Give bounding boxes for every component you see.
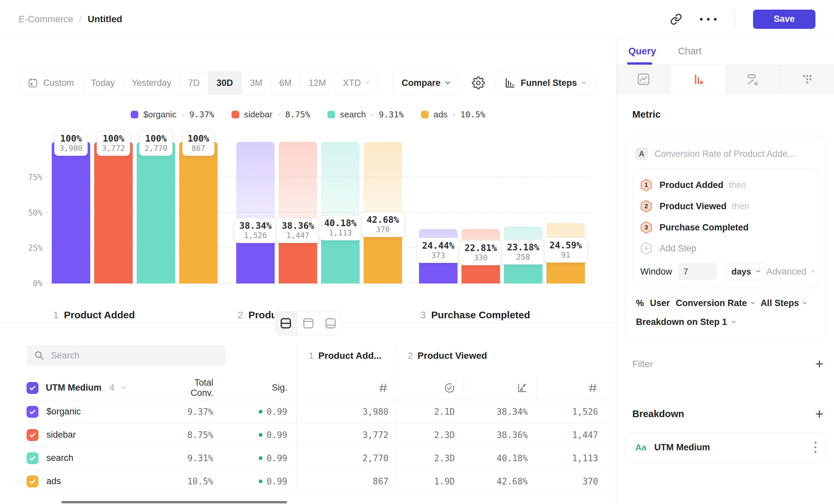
row-checkbox[interactable] [26, 429, 39, 441]
y-axis-tick: 50% [14, 208, 42, 217]
chevron-down-icon [756, 268, 760, 272]
search-input[interactable] [51, 350, 210, 361]
range-today[interactable]: Today [82, 72, 123, 94]
metric-card: A Conversion Rate of Product Adde... 1Pr… [625, 136, 826, 339]
breakdown-property-name: UTM Medium [654, 442, 710, 453]
step2-conversion-column[interactable] [464, 376, 537, 400]
breadcrumb: E-Commerce / Untitled [19, 14, 122, 25]
add-filter-button[interactable]: + [815, 360, 824, 369]
select-all-checkbox[interactable] [26, 382, 39, 394]
chart-type-button[interactable]: Funnel Steps [496, 72, 595, 94]
save-button[interactable]: Save [753, 9, 815, 29]
metric-step-2[interactable]: 2Product Viewedthen [640, 196, 810, 217]
breadcrumb-project[interactable]: E-Commerce [19, 14, 73, 25]
window-unit-select[interactable]: days [725, 263, 766, 280]
table-group-header[interactable]: UTM Medium 4 [26, 382, 182, 394]
table-row-ads[interactable]: ads10.5%0.998671.9D42.68%370 [26, 470, 607, 493]
row-checkbox[interactable] [26, 452, 39, 464]
range-12m[interactable]: 12M [300, 72, 334, 94]
tab-grid-chart[interactable] [780, 65, 834, 93]
table-step2-header[interactable]: 2 Product Viewed [398, 350, 487, 361]
line-chart-icon [636, 72, 651, 87]
table-step1-header[interactable]: 1 Product Add... [297, 350, 381, 361]
view-switcher [275, 311, 342, 336]
date-range-tabs: CustomTodayYesterday7D30D3M6M12MXTD [19, 72, 378, 94]
range-7d[interactable]: 7D [179, 72, 208, 94]
step-axis-label-1: 1Product Added [53, 310, 135, 321]
funnel-bar-search-step1[interactable] [137, 142, 175, 283]
row-checkbox[interactable] [26, 406, 39, 418]
legend-item-organic[interactable]: $organic·9.37% [131, 109, 214, 120]
measure-scope-select[interactable]: All Steps [761, 298, 807, 308]
breadcrumb-title[interactable]: Untitled [88, 14, 122, 25]
view-table-top-button[interactable] [297, 311, 319, 335]
legend-swatch [131, 111, 138, 118]
chevron-down-icon [811, 268, 815, 272]
chevron-down-icon [803, 300, 807, 304]
app-header: E-Commerce / Untitled Save [0, 0, 834, 39]
legend-item-sidebar[interactable]: sidebar·8.75% [232, 109, 310, 120]
table-search[interactable] [26, 345, 225, 366]
legend-item-ads[interactable]: ads·10.5% [421, 109, 485, 120]
range-xtd[interactable]: XTD [334, 72, 377, 94]
search-icon [34, 350, 44, 361]
view-split-button[interactable] [275, 311, 297, 335]
tab-query[interactable]: Query [628, 46, 656, 65]
metric-title: Conversion Rate of Product Adde... [655, 149, 795, 159]
horizontal-scrollbar[interactable] [61, 501, 287, 503]
range-yesterday[interactable]: Yesterday [123, 72, 179, 94]
tab-flow-chart[interactable] [725, 65, 780, 93]
window-value-input[interactable] [678, 263, 717, 280]
total-conv-column-header[interactable]: Total Conv. [182, 378, 222, 398]
metric-step-3[interactable]: 3Purchase Completed [640, 217, 810, 238]
more-options-icon[interactable] [700, 18, 717, 21]
tab-chart[interactable]: Chart [678, 46, 702, 65]
row-checkbox[interactable] [26, 476, 39, 487]
flow-chart-icon [745, 72, 760, 87]
y-axis-tick: 75% [14, 173, 42, 182]
breakdown-on-step-select[interactable]: Breakdown on Step 1 [636, 317, 818, 327]
conversion-chart-icon [517, 382, 528, 394]
chevron-down-icon [366, 80, 369, 84]
svg-text:1: 1 [644, 181, 648, 188]
legend-swatch [327, 111, 335, 118]
compare-button[interactable]: Compare [393, 72, 459, 94]
share-link-icon[interactable] [670, 13, 682, 25]
sig-column-header[interactable]: Sig. [222, 383, 296, 393]
funnel-bar-organic-step1[interactable] [52, 142, 90, 283]
legend-swatch [232, 111, 239, 118]
significance-value: 0.99 [222, 453, 296, 463]
funnel-bar-ads-step1[interactable] [179, 142, 218, 283]
metric-title-row[interactable]: A Conversion Rate of Product Adde... [633, 145, 818, 160]
breakdown-item-card[interactable]: Aa UTM Medium [625, 433, 826, 462]
range-3m[interactable]: 3M [241, 72, 271, 94]
measure-user[interactable]: User [650, 298, 670, 308]
chart-type-tabs [616, 65, 834, 94]
table-row-search[interactable]: search9.31%0.992,7702.3D40.18%1,113 [26, 446, 607, 470]
header-actions: Save [670, 9, 815, 29]
range-30d[interactable]: 30D [208, 72, 242, 94]
range-custom[interactable]: Custom [19, 72, 82, 94]
metric-step-1[interactable]: 1Product Addedthen [640, 175, 810, 196]
tab-line-chart[interactable] [616, 65, 671, 93]
table-row-organic[interactable]: $organic9.37%0.993,9802.1D38.34%1,526 [26, 400, 607, 423]
range-6m[interactable]: 6M [271, 72, 300, 94]
advanced-toggle[interactable]: Advanced [766, 267, 814, 277]
settings-gear-icon[interactable] [472, 76, 485, 90]
tab-funnel-chart[interactable] [671, 65, 725, 93]
view-table-bottom-button[interactable] [319, 311, 342, 335]
add-step-button[interactable]: Add Step [640, 238, 810, 259]
bar-value-label: 22.81%330 [459, 240, 502, 265]
funnel-step-group-3: 24.44%37322.81%33023.18%25824.59%91 [419, 142, 586, 283]
legend-item-search[interactable]: search·9.31% [327, 109, 404, 120]
step2-time-column[interactable] [397, 376, 464, 400]
add-breakdown-button[interactable]: + [815, 410, 824, 419]
funnel-bar-sidebar-step1[interactable] [94, 142, 133, 283]
breadcrumb-separator: / [79, 14, 82, 24]
table-row-sidebar[interactable]: sidebar8.75%0.993,7722.3D38.36%1,447 [26, 423, 607, 446]
measure-metric-select[interactable]: Conversion Rate [676, 298, 755, 308]
step2-count-column[interactable] [537, 376, 607, 400]
kebab-menu-icon[interactable] [814, 442, 816, 453]
step1-count-column[interactable] [296, 376, 397, 400]
chart-legend: $organic·9.37%sidebar·8.75%search·9.31%a… [0, 108, 616, 121]
